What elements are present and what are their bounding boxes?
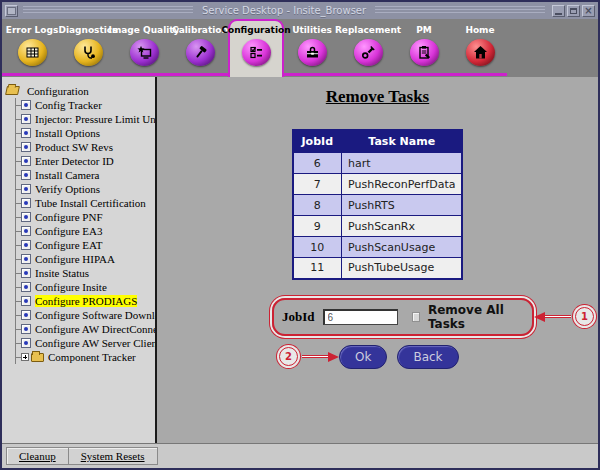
task-name-cell: PushScanRx [342, 216, 463, 237]
sidebar-item[interactable]: Config Tracker [16, 98, 153, 112]
titlebar: Service Desktop - Insite_Browser × [2, 2, 598, 19]
window-title: Service Desktop - Insite_Browser [198, 5, 370, 16]
tree-children: Config Tracker Injector: Pressure Limit … [15, 98, 153, 364]
maximize-icon [570, 8, 577, 14]
toolbar-button-image-quality[interactable]: Image Quality [116, 19, 172, 66]
sidebar-item[interactable]: Install Options [16, 126, 153, 140]
document-icon [21, 226, 31, 236]
back-button[interactable]: Back [397, 345, 458, 369]
document-icon [21, 114, 31, 124]
sidebar-tree: Configuration Config Tracker [2, 77, 157, 443]
titlebar-ridges [23, 6, 193, 15]
annotation-arrow-1 [534, 312, 571, 322]
tree-root-configuration[interactable]: Configuration [6, 83, 153, 98]
cleanup-button[interactable]: Cleanup [7, 448, 68, 464]
document-icon [21, 170, 31, 180]
toolbar-button-utilities[interactable]: Utilities [284, 19, 340, 66]
main-panel: Remove Tasks JobId Task Name 6 hart [157, 77, 598, 443]
sidebar-item[interactable]: Tube Install Certification [16, 196, 153, 210]
sidebar-item[interactable]: Insite Status [16, 266, 153, 280]
annotation-box-1: JobId Remove All Tasks [272, 298, 534, 336]
document-icon [21, 324, 31, 334]
sidebar-item[interactable]: Configure Insite [16, 280, 153, 294]
document-icon [21, 142, 31, 152]
document-icon [21, 156, 31, 166]
annotation-number-1: 1 [575, 307, 594, 326]
sidebar-item-component-tracker[interactable]: Component Tracker [16, 350, 153, 364]
table-row: 6 hart [293, 153, 463, 174]
statusbar-actions: Cleanup System Resets [6, 447, 158, 465]
document-icon [21, 268, 31, 278]
sidebar-item[interactable]: Configure AW DirectConnect [16, 322, 153, 336]
annotation-arrow-2 [302, 352, 339, 362]
sidebar-item[interactable]: Configure AW Server Client [16, 336, 153, 350]
toolbar-button-home[interactable]: Home [452, 19, 508, 66]
close-button[interactable]: × [582, 5, 595, 17]
document-icon [21, 338, 31, 348]
app-window: Service Desktop - Insite_Browser × Error… [0, 0, 600, 470]
sidebar-item[interactable]: Injector: Pressure Limit Unit [16, 112, 153, 126]
toolbar-button-replacement[interactable]: Replacement [340, 19, 396, 66]
sidebar-item[interactable]: Configure HIPAA [16, 252, 153, 266]
toolbar-button-error-logs[interactable]: Error Logs [4, 19, 60, 66]
table-row: 7 PushReconPerfData [293, 174, 463, 195]
sidebar-item[interactable]: Configure EA3 [16, 224, 153, 238]
document-icon [21, 254, 31, 264]
document-icon [21, 310, 31, 320]
sidebar-item[interactable]: Configure PRODIAGS [16, 294, 153, 308]
col-header-jobid: JobId [293, 130, 342, 153]
document-icon [21, 282, 31, 292]
page-title: Remove Tasks [157, 87, 598, 107]
jobid-form-row: JobId Remove All Tasks 1 [272, 303, 598, 331]
table-row: 10 PushScanUsage [293, 237, 463, 258]
remove-all-tasks-label: Remove All Tasks [428, 303, 522, 331]
jobid-cell: 10 [293, 237, 342, 258]
sidebar-item[interactable]: Configure PNF [16, 210, 153, 224]
jobid-cell: 6 [293, 153, 342, 174]
tasks-table: JobId Task Name 6 hart 7 PushReconPerfDa… [292, 129, 464, 280]
sidebar-item[interactable]: Product SW Revs [16, 140, 153, 154]
sidebar-item[interactable]: Configure Software Download [16, 308, 153, 322]
document-icon [21, 240, 31, 250]
task-name-cell: PushRTS [342, 195, 463, 216]
table-header-row: JobId Task Name [293, 130, 463, 153]
utilities-icon [298, 39, 327, 66]
toolbar-button-calibration[interactable]: Calibration [172, 19, 228, 66]
task-name-cell: PushReconPerfData [342, 174, 463, 195]
document-icon [21, 100, 31, 110]
task-name-cell: hart [342, 153, 463, 174]
expand-plus-icon[interactable] [21, 353, 29, 361]
document-icon [21, 198, 31, 208]
replacement-icon [354, 39, 383, 66]
minimize-button[interactable] [552, 5, 565, 17]
sidebar-item[interactable]: Configure EAT [16, 238, 153, 252]
maximize-button[interactable] [567, 5, 580, 17]
pm-icon [410, 39, 439, 66]
toolbar-button-configuration[interactable]: Configuration [228, 19, 284, 77]
annotation-number-2: 2 [279, 347, 298, 366]
statusbar: Cleanup System Resets [2, 443, 598, 468]
ok-button[interactable]: Ok [339, 345, 387, 369]
task-name-cell: PushScanUsage [342, 237, 463, 258]
document-icon [21, 296, 31, 306]
document-icon [21, 128, 31, 138]
diagnostics-icon [74, 39, 103, 66]
sidebar-item[interactable]: Verify Options [16, 182, 153, 196]
minimize-icon [555, 13, 562, 15]
col-header-task-name: Task Name [342, 130, 463, 153]
form-buttons-row: 2 Ok Back [275, 345, 598, 369]
jobid-input[interactable] [323, 309, 398, 325]
home-icon [466, 39, 495, 66]
table-row: 11 PushTubeUsage [293, 258, 463, 279]
titlebar-ridges [375, 6, 545, 15]
jobid-cell: 7 [293, 174, 342, 195]
remove-all-tasks-checkbox[interactable] [412, 312, 420, 322]
system-resets-button[interactable]: System Resets [68, 448, 157, 464]
error-logs-icon [18, 39, 47, 66]
closed-folder-icon [31, 353, 44, 362]
sidebar-item[interactable]: Enter Detector ID [16, 154, 153, 168]
content-area: Configuration Config Tracker [2, 77, 598, 443]
window-menu-icon[interactable] [5, 5, 18, 17]
toolbar-button-pm[interactable]: PM [396, 19, 452, 66]
sidebar-item[interactable]: Install Camera [16, 168, 153, 182]
